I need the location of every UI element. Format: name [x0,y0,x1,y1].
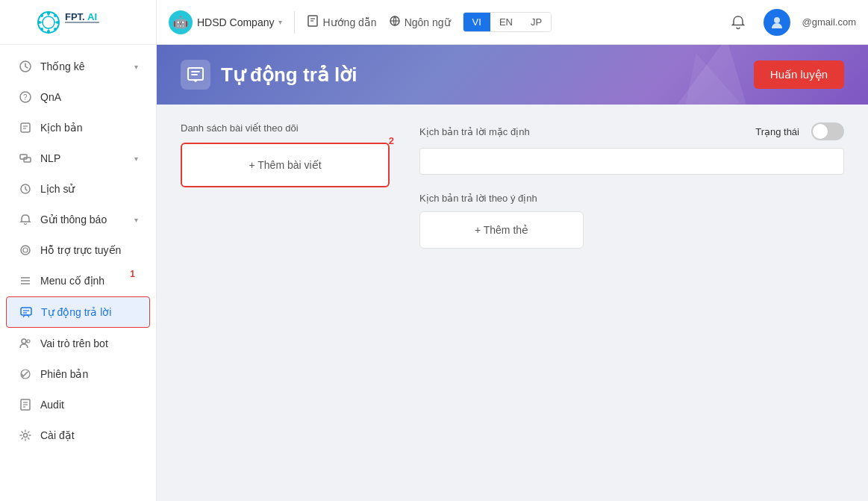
main-area: 🤖 HDSD Company ▾ Hướng dẫn [157,0,868,501]
chevron-down-icon: ▾ [134,155,138,163]
guide-icon [307,15,319,29]
right-panel: Kịch bản trả lời mặc định Trạng thái Kịc… [419,122,844,483]
watched-articles-title: Danh sách bài viết theo dõi [181,122,390,134]
user-email: @gmail.com [802,16,856,28]
notification-bell[interactable] [725,9,752,36]
default-scenario-section: Kịch bản trả lời mặc định Trạng thái [419,122,844,175]
menu-icon [18,273,33,288]
company-name: HDSD Company [197,16,274,28]
history-icon [18,181,33,196]
page-banner: Tự động trả lời Huấn luyện [157,45,868,105]
default-scenario-title: Kịch bản trả lời mặc định [419,126,530,137]
sidebar-item-kich-ban[interactable]: Kịch bản [6,113,150,143]
lang-en-button[interactable]: EN [490,13,522,31]
header-divider [294,11,295,34]
company-chevron-icon: ▾ [278,18,282,26]
chart-icon [18,59,33,74]
scenario-icon [18,120,33,135]
intent-scenario-section: Kịch bản trả lời theo ý định + Thêm thẻ [419,193,844,249]
globe-icon [389,15,401,29]
status-toggle[interactable] [811,122,844,140]
add-article-label: + Thêm bài viết [249,159,321,171]
sidebar-item-tu-dong-tra-loi[interactable]: Tự động trả lời [6,296,150,328]
language-switcher: VI EN JP [463,12,552,32]
svg-text:AI: AI [87,11,97,22]
sidebar-nav: Thống kê ▾ ? QnA Kịch bản [0,45,156,501]
svg-rect-20 [21,123,30,132]
lang-jp-button[interactable]: JP [522,13,551,31]
fpt-ai-logo: FPT. AI [34,7,123,37]
logo-area: FPT. AI [0,0,156,45]
chevron-down-icon: ▾ [134,216,138,224]
svg-point-9 [40,28,43,31]
page-icon [181,60,210,90]
sidebar-item-gui-thong-bao[interactable]: Gửi thông báo ▾ [6,205,150,234]
notification-icon [18,212,33,227]
chevron-down-icon: ▾ [134,63,138,71]
settings-icon [18,428,33,443]
svg-point-47 [774,17,780,23]
nav-badge-1: 1 [130,269,135,279]
svg-text:FPT.: FPT. [65,11,85,22]
auto-reply-icon [19,305,34,320]
svg-rect-48 [188,68,203,80]
svg-point-41 [24,434,28,438]
sidebar-item-menu-co-dinh[interactable]: Menu cố định 1 [6,266,150,296]
add-tag-button[interactable]: + Thêm thẻ [419,211,584,249]
svg-point-6 [40,14,43,17]
company-selector[interactable]: 🤖 HDSD Company ▾ [169,10,282,34]
svg-rect-31 [21,308,31,315]
status-label: Trạng thái [755,126,799,137]
bot-icon: 🤖 [169,10,193,34]
sidebar-item-cai-dat[interactable]: Cài đặt [6,420,150,450]
intent-scenario-title: Kịch bản trả lời theo ý định [419,193,844,204]
sidebar-item-audit[interactable]: Audit [6,390,150,420]
guide-link[interactable]: Hướng dẫn [307,15,376,29]
sidebar-item-thong-ke[interactable]: Thống kê ▾ [6,52,150,81]
left-panel: Danh sách bài viết theo dõi 2 + Thêm bài… [181,122,390,483]
svg-point-1 [43,16,54,28]
svg-text:?: ? [23,93,28,102]
svg-point-7 [54,28,57,31]
add-article-button[interactable]: 2 + Thêm bài viết [181,143,390,187]
content-area: Danh sách bài viết theo dõi 2 + Thêm bài… [157,105,868,501]
support-icon [18,243,33,258]
language-link[interactable]: Ngôn ngữ [389,15,451,29]
nlp-icon [18,151,33,166]
language-label: Ngôn ngữ [405,16,451,28]
svg-point-8 [54,14,57,17]
svg-point-35 [27,340,30,343]
sidebar-item-ho-tro-truc-tuyen[interactable]: Hỗ trợ trực tuyến [6,235,150,265]
audit-icon [18,397,33,412]
top-header: 🤖 HDSD Company ▾ Hướng dẫn [157,0,868,45]
version-icon [18,367,33,382]
sidebar: FPT. AI Thống kê ▾ ? QnA [0,0,157,501]
svg-point-26 [21,246,30,255]
add-article-badge: 2 [389,135,394,146]
page-title: Tự động trả lời [221,63,357,87]
default-scenario-header: Kịch bản trả lời mặc định Trạng thái [419,122,844,140]
train-button[interactable]: Huấn luyện [754,60,844,89]
default-scenario-input[interactable] [419,148,844,175]
lang-vi-button[interactable]: VI [463,13,490,31]
avatar[interactable] [764,9,790,36]
sidebar-item-qna[interactable]: ? QnA [6,82,150,112]
svg-point-27 [23,248,28,252]
role-icon [18,336,33,351]
add-tag-label: + Thêm thẻ [475,224,528,236]
guide-label: Hướng dẫn [322,16,376,28]
sidebar-item-vai-tro-tren-bot[interactable]: Vai trò trên bot [6,329,150,358]
sidebar-item-lich-su[interactable]: Lịch sử [6,174,150,204]
sidebar-item-nlp[interactable]: NLP ▾ [6,143,150,173]
help-icon: ? [18,90,33,105]
status-control: Trạng thái [755,122,844,140]
svg-point-34 [22,339,26,343]
sidebar-item-phien-ban[interactable]: Phiên bản [6,359,150,389]
